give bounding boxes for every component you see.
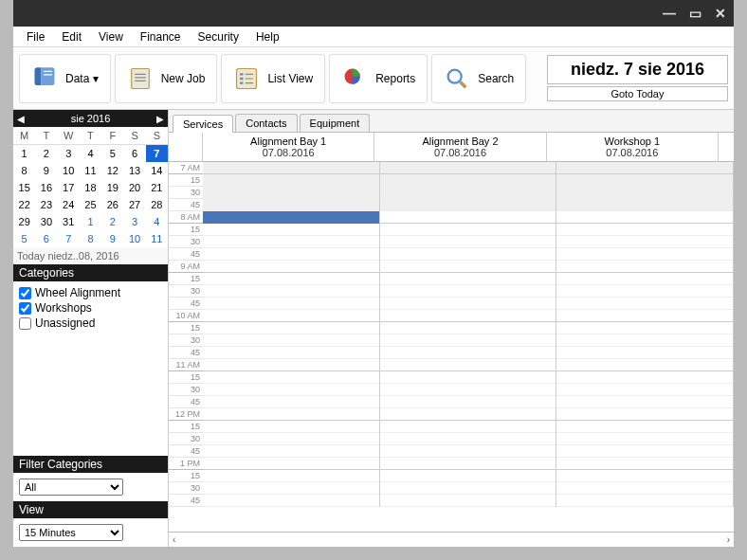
time-cell[interactable] (203, 408, 379, 421)
listview-button[interactable]: List View (221, 54, 325, 103)
time-cell[interactable] (380, 408, 556, 421)
time-cell[interactable] (203, 273, 379, 285)
time-cell[interactable] (556, 211, 733, 224)
time-cell[interactable] (380, 273, 556, 285)
calendar-day[interactable]: 8 (80, 230, 101, 247)
calendar-day[interactable]: 20 (123, 179, 145, 196)
minimize-icon[interactable]: — (663, 6, 676, 21)
calendar-day[interactable]: 22 (13, 196, 35, 213)
time-cell[interactable] (556, 174, 733, 187)
calendar-day[interactable]: 1 (13, 145, 35, 162)
calendar-day[interactable]: 15 (13, 179, 35, 196)
calendar-day[interactable]: 19 (101, 179, 123, 196)
time-cell[interactable] (380, 371, 556, 384)
menu-view[interactable]: View (91, 28, 131, 45)
reports-button[interactable]: Reports (329, 54, 428, 103)
time-cell[interactable] (203, 359, 379, 371)
time-cell[interactable] (556, 408, 733, 421)
time-cell[interactable] (203, 199, 379, 211)
scroll-right-icon[interactable]: › (727, 534, 730, 545)
calendar-day[interactable]: 26 (101, 196, 123, 213)
time-cell[interactable] (380, 224, 556, 236)
schedule-body[interactable]: 7 AM1530458 AM1530459 AM15304510 AM15304… (169, 162, 734, 532)
time-cell[interactable] (380, 248, 556, 261)
time-cell[interactable] (380, 396, 556, 408)
time-cell[interactable] (203, 421, 379, 433)
calendar-day[interactable]: 16 (35, 179, 57, 196)
time-cell[interactable] (380, 482, 556, 495)
time-cell[interactable] (203, 174, 379, 187)
time-cell[interactable] (556, 248, 733, 261)
calendar-day[interactable]: 5 (13, 230, 35, 247)
category-checkbox[interactable] (19, 302, 31, 315)
time-cell[interactable] (556, 310, 733, 322)
time-cell[interactable] (556, 261, 733, 273)
resource-column[interactable] (203, 162, 380, 507)
time-cell[interactable] (380, 445, 556, 458)
time-cell[interactable] (380, 310, 556, 322)
time-cell[interactable] (556, 458, 733, 470)
calendar-day[interactable]: 31 (58, 213, 80, 230)
time-cell[interactable] (380, 433, 556, 445)
time-cell[interactable] (203, 396, 379, 408)
time-cell[interactable] (556, 236, 733, 248)
category-checkbox[interactable] (19, 317, 31, 330)
calendar-day[interactable]: 13 (123, 162, 145, 179)
time-cell[interactable] (380, 174, 556, 187)
time-cell[interactable] (203, 347, 379, 359)
time-cell[interactable] (380, 359, 556, 371)
time-cell[interactable] (380, 298, 556, 310)
time-cell[interactable] (203, 248, 379, 261)
calendar-day[interactable]: 24 (58, 196, 80, 213)
time-cell[interactable] (203, 482, 379, 495)
time-cell[interactable] (380, 236, 556, 248)
menu-file[interactable]: File (19, 28, 52, 45)
maximize-icon[interactable]: ▭ (689, 6, 701, 21)
time-cell[interactable] (556, 482, 733, 495)
time-cell[interactable] (203, 236, 379, 248)
search-button[interactable]: Search (431, 54, 526, 103)
time-cell[interactable] (203, 162, 379, 174)
time-cell[interactable] (203, 310, 379, 322)
resource-column[interactable] (556, 162, 734, 507)
calendar-day[interactable]: 23 (35, 196, 57, 213)
time-cell[interactable] (203, 371, 379, 384)
time-cell[interactable] (556, 396, 733, 408)
tab-equipment[interactable]: Equipment (300, 114, 371, 132)
calendar-day[interactable]: 6 (35, 230, 57, 247)
calendar-day[interactable]: 6 (123, 145, 145, 162)
calendar-day[interactable]: 29 (13, 213, 35, 230)
menu-edit[interactable]: Edit (54, 28, 89, 45)
time-cell[interactable] (556, 347, 733, 359)
calendar-day[interactable]: 2 (35, 145, 57, 162)
time-cell[interactable] (203, 433, 379, 445)
calendar-day[interactable]: 7 (58, 230, 80, 247)
calendar-day[interactable]: 3 (123, 213, 145, 230)
resource-column[interactable] (380, 162, 557, 507)
calendar-day[interactable]: 28 (146, 196, 168, 213)
time-cell[interactable] (380, 458, 556, 470)
calendar-day[interactable]: 11 (80, 162, 101, 179)
scroll-left-icon[interactable]: ‹ (173, 534, 175, 545)
calendar-day[interactable]: 4 (146, 213, 168, 230)
time-cell[interactable] (380, 384, 556, 396)
time-cell[interactable] (556, 445, 733, 458)
calendar-day[interactable]: 4 (80, 145, 101, 162)
time-cell[interactable] (380, 421, 556, 433)
tab-services[interactable]: Services (173, 115, 233, 133)
time-cell[interactable] (380, 322, 556, 334)
calendar-day[interactable]: 30 (35, 213, 57, 230)
calendar-day[interactable]: 14 (146, 162, 168, 179)
time-cell[interactable] (380, 199, 556, 211)
time-cell[interactable] (556, 285, 733, 298)
time-cell[interactable] (556, 298, 733, 310)
time-cell[interactable] (556, 371, 733, 384)
time-cell[interactable] (380, 495, 556, 507)
menu-help[interactable]: Help (248, 28, 287, 45)
calendar-day[interactable]: 10 (123, 230, 145, 247)
time-cell[interactable] (203, 458, 379, 470)
calendar-day[interactable]: 25 (80, 196, 101, 213)
time-cell[interactable] (203, 224, 379, 236)
calendar-grid[interactable]: MTWTFSS123456789101112131415161718192021… (13, 127, 168, 247)
filter-select[interactable]: All (19, 479, 123, 496)
